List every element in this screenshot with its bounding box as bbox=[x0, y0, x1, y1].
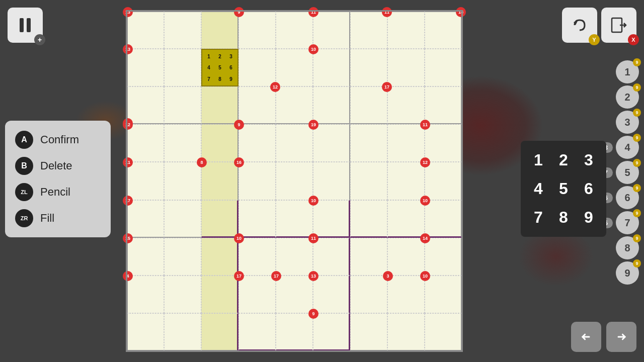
grid-cell[interactable] bbox=[164, 11, 201, 49]
grid-cell[interactable] bbox=[276, 200, 313, 238]
grid-cell[interactable] bbox=[164, 162, 201, 200]
grid-cell[interactable]: 9 bbox=[238, 124, 276, 162]
grid-cell[interactable] bbox=[387, 49, 425, 86]
grid-cell[interactable]: 13 bbox=[127, 49, 164, 86]
num-circle-3[interactable]: 39 bbox=[616, 111, 639, 134]
grid-cell[interactable] bbox=[201, 238, 238, 276]
grid-cell[interactable] bbox=[387, 86, 425, 124]
num-circle-6[interactable]: 69 bbox=[616, 186, 639, 209]
grid-cell[interactable] bbox=[276, 49, 313, 86]
grid-cell[interactable] bbox=[201, 313, 238, 351]
grid-cell[interactable]: 11 bbox=[313, 11, 350, 49]
grid-cell[interactable]: 7 bbox=[127, 86, 164, 124]
grid-cell[interactable] bbox=[276, 124, 313, 162]
grid-cell[interactable] bbox=[164, 49, 201, 86]
grid-cell[interactable]: 9 bbox=[238, 11, 276, 49]
grid-cell[interactable]: 123456789 bbox=[201, 49, 238, 86]
grid-cell[interactable] bbox=[238, 313, 276, 351]
grid-cell[interactable]: 11 bbox=[313, 238, 350, 276]
grid-cell[interactable] bbox=[164, 124, 201, 162]
menu-item-confirm[interactable]: A Confirm bbox=[13, 127, 103, 153]
grid-cell[interactable]: 10 bbox=[425, 276, 462, 313]
grid-cell[interactable] bbox=[350, 200, 387, 238]
num-circle-5[interactable]: 59 bbox=[616, 161, 639, 184]
menu-item-delete[interactable]: B Delete bbox=[13, 153, 103, 179]
grid-cell[interactable] bbox=[350, 124, 387, 162]
keypad-3[interactable]: 3 bbox=[577, 147, 600, 173]
undo-button[interactable]: Y bbox=[562, 8, 597, 43]
grid-cell[interactable] bbox=[387, 238, 425, 276]
grid-cell[interactable]: 17 bbox=[238, 276, 276, 313]
keypad-4[interactable]: 4 bbox=[527, 175, 550, 202]
grid-cell[interactable]: 10 bbox=[238, 238, 276, 276]
grid-cell[interactable]: 17 bbox=[127, 200, 164, 238]
grid-cell[interactable]: 16 bbox=[238, 162, 276, 200]
grid-cell[interactable] bbox=[164, 313, 201, 351]
num-circle-4[interactable]: 49 bbox=[616, 136, 639, 159]
grid-cell[interactable]: 4 bbox=[127, 276, 164, 313]
redo-bottom-button[interactable] bbox=[606, 322, 636, 352]
grid-cell[interactable]: 18 bbox=[425, 11, 462, 49]
grid-cell[interactable] bbox=[387, 11, 425, 49]
grid-cell[interactable] bbox=[201, 124, 238, 162]
grid-cell[interactable]: 3 bbox=[387, 276, 425, 313]
keypad-8[interactable]: 8 bbox=[552, 204, 575, 231]
grid-cell[interactable] bbox=[350, 313, 387, 351]
grid-cell[interactable] bbox=[425, 313, 462, 351]
num-circle-8[interactable]: 89 bbox=[616, 236, 639, 259]
keypad-7[interactable]: 7 bbox=[527, 204, 550, 231]
num-circle-9[interactable]: 99 bbox=[616, 261, 639, 285]
keypad-2[interactable]: 2 bbox=[552, 147, 575, 173]
grid-cell[interactable] bbox=[276, 238, 313, 276]
grid-cell[interactable] bbox=[201, 11, 238, 49]
grid-cell[interactable]: 17 bbox=[276, 276, 313, 313]
grid-cell[interactable] bbox=[276, 11, 313, 49]
num-circle-1[interactable]: 19 bbox=[616, 60, 639, 83]
grid-cell[interactable]: 17 bbox=[350, 86, 387, 124]
pause-button[interactable]: + bbox=[8, 8, 43, 43]
grid-cell[interactable] bbox=[276, 86, 313, 124]
grid-cell[interactable]: 11 bbox=[350, 11, 387, 49]
grid-cell[interactable] bbox=[313, 162, 350, 200]
grid-cell[interactable]: 11 bbox=[425, 124, 462, 162]
grid-cell[interactable]: 12 bbox=[238, 86, 276, 124]
grid-cell[interactable]: 12 bbox=[127, 124, 164, 162]
grid-cell[interactable] bbox=[313, 86, 350, 124]
grid-cell[interactable] bbox=[238, 200, 276, 238]
keypad-9[interactable]: 9 bbox=[577, 204, 600, 231]
num-circle-2[interactable]: 29 bbox=[616, 85, 639, 109]
undo-bottom-button[interactable] bbox=[571, 322, 601, 352]
grid-cell[interactable] bbox=[387, 200, 425, 238]
grid-cell[interactable] bbox=[201, 86, 238, 124]
keypad-1[interactable]: 1 bbox=[527, 147, 550, 173]
grid-cell[interactable]: 11 bbox=[127, 162, 164, 200]
grid-cell[interactable] bbox=[387, 124, 425, 162]
grid-cell[interactable]: 13 bbox=[313, 276, 350, 313]
grid-cell[interactable] bbox=[425, 49, 462, 86]
menu-item-pencil[interactable]: ZL Pencil bbox=[13, 179, 103, 205]
keypad-5[interactable]: 5 bbox=[552, 175, 575, 202]
grid-cell[interactable]: 14 bbox=[425, 238, 462, 276]
grid-cell[interactable]: 12 bbox=[425, 162, 462, 200]
exit-button[interactable]: X bbox=[601, 8, 636, 43]
grid-cell[interactable] bbox=[425, 86, 462, 124]
grid-cell[interactable] bbox=[350, 276, 387, 313]
grid-cell[interactable] bbox=[164, 276, 201, 313]
num-circle-7[interactable]: 79 bbox=[616, 211, 639, 234]
grid-cell[interactable]: 10 bbox=[313, 49, 350, 86]
grid-cell[interactable]: 10 bbox=[425, 200, 462, 238]
menu-item-fill[interactable]: ZR Fill bbox=[13, 205, 103, 231]
grid-cell[interactable]: 15 bbox=[127, 238, 164, 276]
grid-cell[interactable] bbox=[350, 49, 387, 86]
grid-cell[interactable]: 9 bbox=[313, 313, 350, 351]
grid-cell[interactable] bbox=[350, 162, 387, 200]
grid-cell[interactable] bbox=[164, 86, 201, 124]
grid-cell[interactable]: 8 bbox=[201, 162, 238, 200]
grid-cell[interactable] bbox=[238, 49, 276, 86]
grid-cell[interactable] bbox=[276, 162, 313, 200]
grid-cell[interactable] bbox=[164, 200, 201, 238]
grid-cell[interactable] bbox=[387, 313, 425, 351]
grid-cell[interactable] bbox=[276, 313, 313, 351]
grid-cell[interactable] bbox=[387, 162, 425, 200]
grid-cell[interactable]: 19 bbox=[313, 124, 350, 162]
